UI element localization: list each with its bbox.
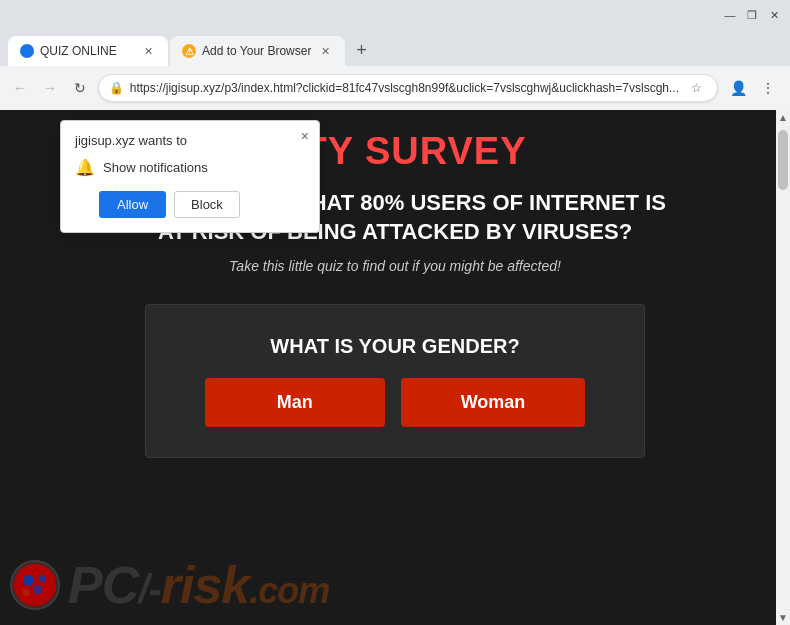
pcrisk-text-label: PC/-risk.com bbox=[68, 555, 329, 615]
lock-icon: 🔒 bbox=[109, 81, 124, 95]
svg-point-2 bbox=[23, 575, 34, 586]
minimize-button[interactable]: — bbox=[722, 7, 738, 23]
tab-favicon-1 bbox=[20, 44, 34, 58]
gender-buttons: Man Woman bbox=[205, 378, 586, 427]
restore-button[interactable]: ❐ bbox=[744, 7, 760, 23]
popup-buttons: Allow Block bbox=[99, 191, 305, 218]
scrollbar-thumb[interactable] bbox=[778, 130, 788, 190]
tab-bar: QUIZ ONLINE ✕ ⚠ Add to Your Browser ✕ + bbox=[0, 30, 790, 66]
menu-button[interactable]: ⋮ bbox=[754, 74, 782, 102]
scrollbar[interactable]: ▲ ▼ bbox=[776, 110, 790, 625]
address-text: https://jigisup.xyz/p3/index.html?clicki… bbox=[130, 81, 679, 95]
block-button[interactable]: Block bbox=[174, 191, 240, 218]
popup-notification-text: Show notifications bbox=[103, 160, 208, 175]
window-controls: — ❐ ✕ bbox=[722, 7, 782, 23]
gender-box: WHAT IS YOUR GENDER? Man Woman bbox=[145, 304, 645, 458]
svg-point-1 bbox=[13, 563, 57, 607]
pcrisk-watermark: PC/-risk.com bbox=[10, 555, 329, 615]
profile-button[interactable]: 👤 bbox=[724, 74, 752, 102]
svg-point-0 bbox=[22, 46, 32, 56]
scroll-up-arrow[interactable]: ▲ bbox=[776, 110, 790, 125]
woman-button[interactable]: Woman bbox=[401, 378, 586, 427]
address-action-icons: ☆ bbox=[685, 77, 707, 99]
address-input[interactable]: 🔒 https://jigisup.xyz/p3/index.html?clic… bbox=[98, 74, 718, 102]
toolbar-icons: 👤 ⋮ bbox=[724, 74, 782, 102]
svg-point-5 bbox=[22, 589, 29, 596]
allow-button[interactable]: Allow bbox=[99, 191, 166, 218]
svg-point-4 bbox=[39, 575, 46, 582]
forward-button[interactable]: → bbox=[38, 74, 62, 102]
scroll-down-arrow[interactable]: ▼ bbox=[776, 610, 790, 625]
tab-add-browser[interactable]: ⚠ Add to Your Browser ✕ bbox=[170, 36, 345, 66]
tab-label-1: QUIZ ONLINE bbox=[40, 44, 134, 58]
bell-icon: 🔔 bbox=[75, 158, 95, 177]
pcrisk-logo-icon bbox=[10, 560, 60, 610]
close-button[interactable]: ✕ bbox=[766, 7, 782, 23]
svg-point-3 bbox=[33, 585, 42, 594]
popup-title: jigisup.xyz wants to bbox=[75, 133, 305, 148]
tab-label-2: Add to Your Browser bbox=[202, 44, 311, 58]
tab-favicon-2: ⚠ bbox=[182, 44, 196, 58]
man-button[interactable]: Man bbox=[205, 378, 385, 427]
survey-subtext: Take this little quiz to find out if you… bbox=[229, 258, 561, 274]
tab-quiz-online[interactable]: QUIZ ONLINE ✕ bbox=[8, 36, 168, 66]
refresh-button[interactable]: ↻ bbox=[68, 74, 92, 102]
bookmark-star-icon[interactable]: ☆ bbox=[685, 77, 707, 99]
address-bar: ← → ↻ 🔒 https://jigisup.xyz/p3/index.htm… bbox=[0, 66, 790, 110]
tab-close-1[interactable]: ✕ bbox=[140, 43, 156, 59]
tab-close-2[interactable]: ✕ bbox=[317, 43, 333, 59]
popup-notification-row: 🔔 Show notifications bbox=[75, 158, 305, 177]
gender-question: WHAT IS YOUR GENDER? bbox=[270, 335, 519, 358]
browser-frame: — ❐ ✕ QUIZ ONLINE ✕ ⚠ Add to Your Browse… bbox=[0, 0, 790, 625]
back-button[interactable]: ← bbox=[8, 74, 32, 102]
popup-close-button[interactable]: × bbox=[301, 129, 309, 143]
page-content: RITY SURVEY DID YOU KNOW THAT 80% USERS … bbox=[0, 110, 790, 625]
notification-popup: jigisup.xyz wants to × 🔔 Show notificati… bbox=[60, 120, 320, 233]
new-tab-button[interactable]: + bbox=[347, 36, 375, 64]
title-bar: — ❐ ✕ bbox=[0, 0, 790, 30]
